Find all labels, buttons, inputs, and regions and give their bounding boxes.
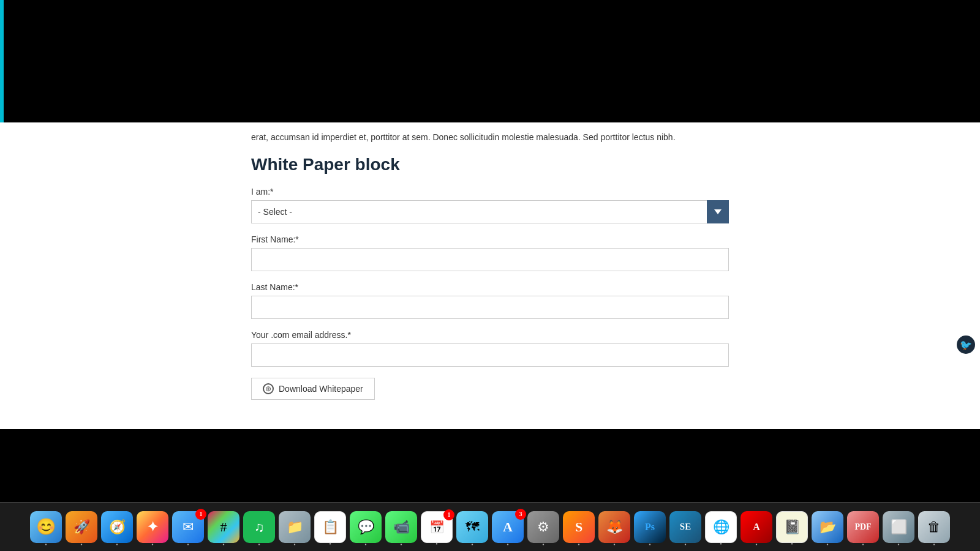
dock-acrobat[interactable]: A [741, 511, 772, 543]
download-group: ⊕ Download Whitepaper [251, 378, 729, 400]
dock-pdf[interactable]: PDF [847, 511, 879, 543]
download-button-label: Download Whitepaper [279, 384, 363, 394]
email-input[interactable] [251, 343, 729, 367]
dock-utility[interactable]: ⬜ [883, 511, 914, 543]
left-accent-bar [0, 0, 4, 122]
i-am-select-wrapper: - Select - [251, 200, 729, 223]
dock-system-prefs[interactable]: ⚙ [527, 511, 559, 543]
last-name-group: Last Name:* [251, 282, 729, 319]
last-name-label: Last Name:* [251, 282, 729, 292]
last-name-input[interactable] [251, 296, 729, 319]
dock-calendar[interactable]: 📅 1 [421, 511, 453, 543]
dock-messages[interactable]: 💬 [350, 511, 382, 543]
dock-photos[interactable]: ✦ [137, 511, 168, 543]
download-button[interactable]: ⊕ Download Whitepaper [251, 378, 375, 400]
email-label: Your .com email address.* [251, 330, 729, 340]
mac-dock: 😊 🚀 🧭 ✦ ✉ 1 # ♫ 📁 📋 [0, 502, 980, 551]
form-container: erat, accumsan id imperdiet et, porttito… [245, 129, 735, 400]
i-am-select[interactable]: - Select - [251, 200, 729, 223]
dock-mail[interactable]: ✉ 1 [172, 511, 204, 543]
content-area: erat, accumsan id imperdiet et, porttito… [0, 122, 980, 429]
dock-launchpad[interactable]: 🚀 [66, 511, 97, 543]
dock-safari[interactable]: 🧭 [101, 511, 133, 543]
dock-chrome[interactable]: 🌐 [705, 511, 737, 543]
first-name-label: First Name:* [251, 234, 729, 244]
dock-spotify[interactable]: ♫ [243, 511, 275, 543]
top-black-area [0, 0, 980, 122]
dock-se[interactable]: SE [669, 511, 701, 543]
download-icon: ⊕ [263, 383, 274, 394]
dock-slack[interactable]: # [208, 511, 239, 543]
dock-folder[interactable]: 📂 [812, 511, 843, 543]
i-am-group: I am:* - Select - [251, 187, 729, 223]
first-name-group: First Name:* [251, 234, 729, 271]
i-am-label: I am:* [251, 187, 729, 197]
first-name-input[interactable] [251, 248, 729, 271]
page-title: White Paper block [251, 155, 729, 174]
dock-reminders[interactable]: 📋 [314, 511, 346, 543]
dock-finder[interactable]: 😊 [30, 511, 62, 543]
dock-firefox[interactable]: 🦊 [598, 511, 630, 543]
dock-photoshop[interactable]: Ps [634, 511, 666, 543]
lorem-text: erat, accumsan id imperdiet et, porttito… [251, 129, 729, 144]
dock-facetime[interactable]: 📹 [385, 511, 417, 543]
dock-notes2[interactable]: 📓 [776, 511, 808, 543]
dock-appstore[interactable]: A 3 [492, 511, 524, 543]
email-group: Your .com email address.* [251, 330, 729, 367]
screen: erat, accumsan id imperdiet et, porttito… [0, 0, 980, 551]
dock-slides[interactable]: S [563, 511, 595, 543]
dock-trash[interactable]: 🗑 [918, 511, 950, 543]
chat-icon[interactable]: 🐦 [957, 335, 975, 354]
dock-maps[interactable]: 🗺 [456, 511, 488, 543]
dock-files[interactable]: 📁 [279, 511, 311, 543]
